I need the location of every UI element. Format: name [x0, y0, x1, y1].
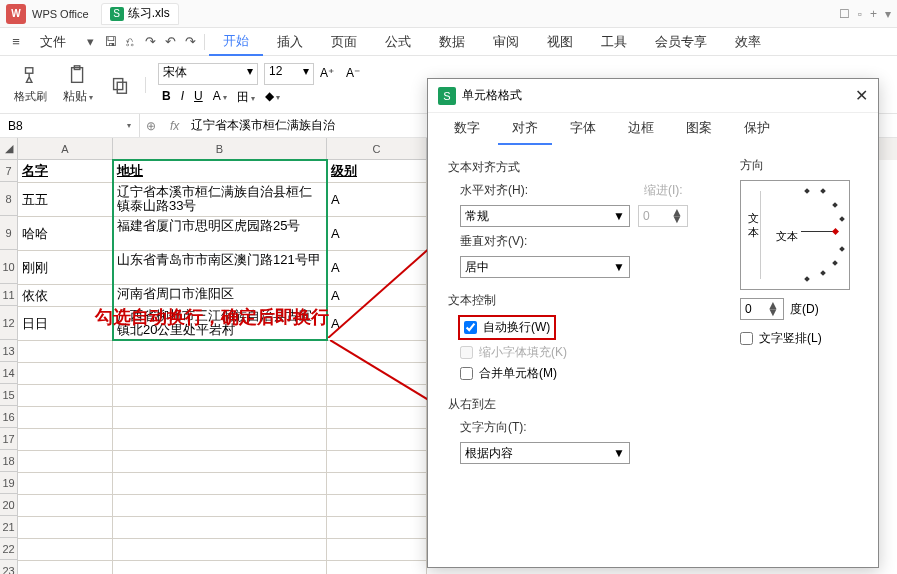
cell[interactable] [327, 429, 427, 451]
paste-button[interactable]: 粘贴▾ [57, 60, 99, 110]
menu-member[interactable]: 会员专享 [641, 28, 721, 56]
row-header[interactable]: 10 [0, 250, 18, 284]
cell[interactable]: 河南省周口市淮阳区 [113, 285, 327, 307]
cell[interactable] [18, 407, 113, 429]
cell[interactable] [18, 363, 113, 385]
cell[interactable] [18, 539, 113, 561]
cell[interactable] [18, 385, 113, 407]
menu-dropdown-icon[interactable]: ▾ [80, 32, 100, 52]
cell[interactable] [18, 473, 113, 495]
tab-more-icon[interactable]: ▾ [885, 7, 891, 21]
forward-icon[interactable]: ↷ [140, 32, 160, 52]
cell[interactable] [327, 451, 427, 473]
row-header[interactable]: 12 [0, 306, 18, 340]
close-icon[interactable]: ✕ [855, 86, 868, 105]
cell[interactable]: 山东省青岛市市南区澳门路121号甲 [113, 251, 327, 285]
col-header-C[interactable]: C [327, 138, 427, 160]
row-header[interactable]: 20 [0, 494, 18, 516]
merge-checkbox[interactable] [460, 367, 473, 380]
cell[interactable] [113, 473, 327, 495]
undo-icon[interactable]: ↶ [160, 32, 180, 52]
cell[interactable] [113, 429, 327, 451]
copy-button[interactable] [103, 60, 137, 110]
tab-menu-icon[interactable]: ☐ [839, 7, 850, 21]
cell[interactable] [113, 517, 327, 539]
cell[interactable] [327, 363, 427, 385]
cell[interactable] [18, 517, 113, 539]
direction-preview[interactable]: 文本 文本 [740, 180, 850, 290]
cell[interactable] [113, 561, 327, 574]
cell[interactable] [18, 341, 113, 363]
menu-start[interactable]: 开始 [209, 28, 263, 56]
row-header[interactable]: 7 [0, 160, 18, 182]
menu-view[interactable]: 视图 [533, 28, 587, 56]
cell[interactable]: A [327, 217, 427, 251]
cell[interactable] [327, 495, 427, 517]
wrap-checkbox[interactable] [464, 321, 477, 334]
degree-spinner[interactable]: 0▲▼ [740, 298, 784, 320]
row-header[interactable]: 18 [0, 450, 18, 472]
tab-number[interactable]: 数字 [440, 113, 494, 145]
col-header-A[interactable]: A [18, 138, 113, 160]
cell[interactable] [113, 385, 327, 407]
cell[interactable]: 刚刚 [18, 251, 113, 285]
underline-button[interactable]: U [194, 89, 203, 106]
cell[interactable] [18, 429, 113, 451]
col-header-B[interactable]: B [113, 138, 327, 160]
cell[interactable]: A [327, 183, 427, 217]
menu-tool[interactable]: 工具 [587, 28, 641, 56]
vertical-text-checkbox[interactable] [740, 332, 753, 345]
text-dir-select[interactable]: 根据内容▼ [460, 442, 630, 464]
cell[interactable] [113, 451, 327, 473]
menu-data[interactable]: 数据 [425, 28, 479, 56]
italic-button[interactable]: I [181, 89, 184, 106]
row-header[interactable]: 17 [0, 428, 18, 450]
cell[interactable] [327, 539, 427, 561]
row-header[interactable]: 15 [0, 384, 18, 406]
cell[interactable] [327, 561, 427, 574]
cell[interactable]: 辽宁省本溪市桓仁满族自治县桓仁镇泰山路33号 [113, 183, 327, 217]
tab-font[interactable]: 字体 [556, 113, 610, 145]
cell[interactable]: A [327, 307, 427, 341]
v-align-select[interactable]: 居中▼ [460, 256, 630, 278]
cell[interactable]: 哈哈 [18, 217, 113, 251]
cell[interactable]: A [327, 285, 427, 307]
row-header[interactable]: 23 [0, 560, 18, 574]
cell[interactable]: 依依 [18, 285, 113, 307]
back-icon[interactable]: ⎌ [120, 32, 140, 52]
format-painter-button[interactable]: 格式刷 [8, 60, 53, 110]
cell[interactable] [327, 385, 427, 407]
tab-protect[interactable]: 保护 [730, 113, 784, 145]
header-level[interactable]: 级别 [327, 160, 427, 183]
tab-dropdown-icon[interactable]: ▫ [858, 7, 862, 21]
row-header[interactable]: 16 [0, 406, 18, 428]
cell[interactable]: 福建省厦门市思明区虎园路25号 [113, 217, 327, 251]
strike-button[interactable]: 田▾ [237, 89, 255, 106]
cell[interactable] [113, 539, 327, 561]
cell[interactable] [18, 451, 113, 473]
bold-button[interactable]: B [162, 89, 171, 106]
row-header[interactable]: 22 [0, 538, 18, 560]
cell[interactable] [327, 473, 427, 495]
cell[interactable] [113, 363, 327, 385]
row-header[interactable]: 11 [0, 284, 18, 306]
cell[interactable]: 五五 [18, 183, 113, 217]
cell[interactable] [113, 341, 327, 363]
cell[interactable]: A [327, 251, 427, 285]
row-header[interactable]: 13 [0, 340, 18, 362]
menu-toggle-icon[interactable]: ≡ [6, 32, 26, 52]
save-icon[interactable]: 🖫 [100, 32, 120, 52]
row-header[interactable]: 9 [0, 216, 18, 250]
add-tab-icon[interactable]: + [870, 7, 877, 21]
tab-pattern[interactable]: 图案 [672, 113, 726, 145]
menu-file[interactable]: 文件 [26, 28, 80, 56]
row-header[interactable]: 19 [0, 472, 18, 494]
menu-insert[interactable]: 插入 [263, 28, 317, 56]
cell[interactable] [113, 495, 327, 517]
cell[interactable] [18, 561, 113, 574]
row-header[interactable]: 8 [0, 182, 18, 216]
menu-efficiency[interactable]: 效率 [721, 28, 775, 56]
row-header[interactable]: 21 [0, 516, 18, 538]
size-select[interactable]: 12 ▾ [264, 63, 314, 85]
file-tab[interactable]: S 练习.xls [101, 3, 179, 25]
